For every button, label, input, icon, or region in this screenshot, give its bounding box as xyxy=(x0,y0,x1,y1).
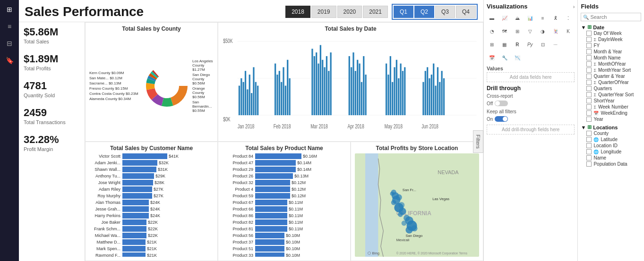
viz-panel-title: Visualizations xyxy=(487,3,527,10)
location-id-checkbox[interactable] xyxy=(586,143,592,148)
year-filter-group: 2018 2019 2020 2021 xyxy=(285,6,388,18)
fields-search-box[interactable]: 🔍 xyxy=(581,13,641,21)
day-in-week-checkbox[interactable] xyxy=(586,37,592,42)
product-row-51: Product 51 $0.10M xyxy=(222,246,346,252)
location-chart-panel[interactable]: Total Profits by Store Location NEVADA C… xyxy=(351,142,483,261)
date-line-chart[interactable]: $50K $0K xyxy=(222,34,479,137)
store-location-map[interactable]: NEVADA CALIFORNIA xyxy=(355,153,479,257)
nav-list-icon[interactable]: ≡ xyxy=(4,21,15,32)
name-checkbox[interactable] xyxy=(586,155,592,160)
quarter-of-year-checkbox[interactable] xyxy=(586,80,592,85)
monthyear-sort-checkbox[interactable] xyxy=(586,67,592,73)
viz-py-icon[interactable]: Py xyxy=(525,39,535,50)
county-donut-chart[interactable] xyxy=(143,62,190,109)
field-group-date-header[interactable]: ▼ ⊞ Date xyxy=(581,24,641,30)
kpi-quantity-sold-label: Quantity Sold xyxy=(24,93,80,98)
chevron-down-icon: ▼ xyxy=(581,25,586,30)
svg-rect-16 xyxy=(239,86,240,116)
viz-panel-chevron[interactable]: › xyxy=(573,4,575,9)
viz-format-icon[interactable]: 🔧 xyxy=(499,52,510,63)
quarter-q3-button[interactable]: Q3 xyxy=(435,6,455,18)
year-2021-button[interactable]: 2021 xyxy=(363,6,388,18)
kpi-total-transactions-value: 2459 xyxy=(24,108,80,118)
viz-treemap-icon[interactable]: ⊞ xyxy=(512,26,523,36)
longitude-checkbox[interactable] xyxy=(586,149,592,154)
nav-home-icon[interactable]: ⊞ xyxy=(4,4,15,15)
short-year-checkbox[interactable] xyxy=(586,98,592,103)
day-of-week-checkbox[interactable] xyxy=(586,31,592,36)
svg-rect-53 xyxy=(386,64,387,116)
population-data-checkbox[interactable] xyxy=(586,161,592,167)
keep-filters-toggle[interactable]: On xyxy=(487,116,575,122)
date-sales-svg: $50K $0K xyxy=(222,34,479,137)
field-group-locations-header[interactable]: ▼ ⊞ Locations xyxy=(581,124,641,130)
viz-r-icon[interactable]: R xyxy=(512,39,523,50)
cross-report-toggle[interactable]: Off xyxy=(487,101,575,106)
field-month-name: Month Name xyxy=(581,55,641,61)
county-checkbox[interactable] xyxy=(586,131,592,136)
viz-stacked-bar-icon[interactable]: ▬ xyxy=(487,13,497,23)
filters-handle[interactable]: Filters xyxy=(473,130,483,153)
viz-area-icon[interactable]: ⛰ xyxy=(512,13,523,23)
customer-row-jose: Jose Wright $28K xyxy=(89,180,214,185)
year-2020-button[interactable]: 2020 xyxy=(337,6,362,18)
viz-qr-icon[interactable]: ⊡ xyxy=(538,39,548,50)
viz-funnel-icon[interactable]: ▽ xyxy=(525,26,535,36)
county-label-contra: Contra Costa County $0.23M xyxy=(89,92,141,96)
svg-rect-54 xyxy=(387,75,389,115)
customer-row-adam-r: Adam Riley $27K xyxy=(89,186,214,192)
viz-table-icon[interactable]: ⊞ xyxy=(487,39,497,50)
latitude-checkbox[interactable] xyxy=(586,137,592,142)
cross-report-track[interactable] xyxy=(495,101,508,106)
viz-kpi-icon[interactable]: K xyxy=(563,26,573,36)
fields-search-input[interactable] xyxy=(590,14,639,20)
fy-checkbox[interactable] xyxy=(586,43,592,48)
quarter-q1-button[interactable]: Q1 xyxy=(394,6,413,18)
viz-analytics-icon[interactable]: 📉 xyxy=(512,52,523,63)
viz-more-icon[interactable]: ··· xyxy=(550,39,561,50)
viz-grouped-bar-icon[interactable]: ≡ xyxy=(538,13,548,23)
kpi-total-sales-label: Total Sales xyxy=(24,39,80,44)
viz-pie-icon[interactable]: ◔ xyxy=(487,26,497,36)
quarteryear-sort-checkbox[interactable] xyxy=(586,92,592,97)
drill-fields-drop-zone[interactable]: Add drill-through fields here xyxy=(487,125,575,135)
viz-matrix-icon[interactable]: ▦ xyxy=(499,39,510,50)
year-2018-button[interactable]: 2018 xyxy=(285,6,310,18)
year-2019-button[interactable]: 2019 xyxy=(311,6,336,18)
svg-rect-26 xyxy=(275,64,276,116)
values-drop-zone[interactable]: Add data fields here xyxy=(487,72,575,82)
quarter-year-checkbox[interactable] xyxy=(586,74,592,79)
product-chart-panel[interactable]: Total Sales by Product Name Product 84 $… xyxy=(218,142,351,261)
week-ending-checkbox[interactable] xyxy=(586,110,592,116)
viz-line-icon[interactable]: 📈 xyxy=(499,13,510,23)
viz-ribbon-icon[interactable]: 🎗 xyxy=(550,13,561,23)
viz-column-icon[interactable]: 📊 xyxy=(525,13,535,23)
customer-row-harry: Harry Perkins $24K xyxy=(89,213,214,219)
month-year-checkbox[interactable] xyxy=(586,49,592,54)
svg-text:Mexicali: Mexicali xyxy=(396,238,410,242)
county-label-sanmate: San Mate... $0.12M xyxy=(89,76,141,80)
date-chart-panel[interactable]: Total Sales by Date $50K $0K xyxy=(218,22,483,142)
nav-bookmark-icon[interactable]: 🔖 xyxy=(4,55,15,66)
customer-chart-panel[interactable]: Total Sales by Customer Name Victor Scot… xyxy=(85,142,218,261)
locations-group-label: Locations xyxy=(593,125,618,130)
svg-rect-73 xyxy=(443,78,445,115)
week-number-checkbox[interactable] xyxy=(586,104,592,109)
month-name-checkbox[interactable] xyxy=(586,55,592,60)
year-checkbox[interactable] xyxy=(586,117,592,122)
viz-calendar-icon[interactable]: 📅 xyxy=(487,52,497,63)
viz-card-icon[interactable]: 🃏 xyxy=(550,26,561,36)
viz-gauge-icon[interactable]: ◑ xyxy=(538,26,548,36)
viz-scatter-icon[interactable]: ⁚ xyxy=(563,13,573,23)
header: Sales Performance 2018 2019 2020 2021 Q1… xyxy=(19,0,483,22)
county-chart-panel[interactable]: Total Sales by County Kern County $0.09M… xyxy=(85,22,218,142)
quarter-q2-button[interactable]: Q2 xyxy=(414,6,434,18)
field-name: Name xyxy=(581,155,641,161)
viz-map-icon[interactable]: 🗺 xyxy=(499,26,510,36)
keep-filters-track[interactable] xyxy=(495,116,508,122)
quarters-checkbox[interactable] xyxy=(586,86,592,91)
month-of-year-checkbox[interactable] xyxy=(586,61,592,67)
quarter-q4-button[interactable]: Q4 xyxy=(456,6,476,18)
nav-table-icon[interactable]: ⊟ xyxy=(4,38,15,49)
svg-rect-72 xyxy=(441,71,442,115)
